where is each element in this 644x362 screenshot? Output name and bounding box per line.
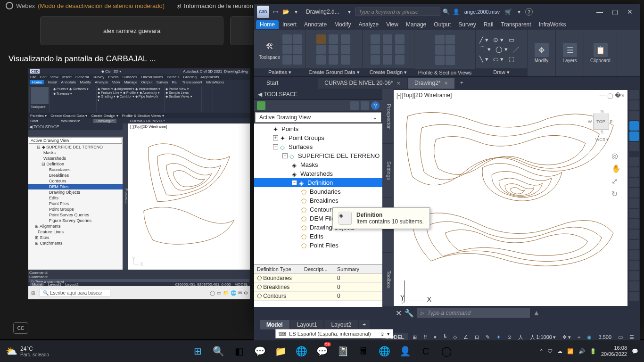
layers-button[interactable]: ☰Layers — [558, 38, 582, 68]
mini-panel-title[interactable]: Create Design ▾ — [91, 114, 118, 118]
tab-survey[interactable]: Survey — [454, 20, 479, 29]
pan-icon[interactable]: ✋ — [611, 164, 621, 173]
tree-edits[interactable]: ⬠Edits — [254, 232, 382, 241]
status-icon[interactable]: ◇ — [451, 333, 459, 341]
windows-search-input[interactable]: 🔍 Escribe aquí para buscar — [40, 289, 110, 297]
notifications-icon[interactable]: 💬 — [632, 348, 638, 354]
tool-icon[interactable] — [629, 111, 639, 120]
tray-chevron-icon[interactable]: ^ — [540, 348, 543, 354]
cmd-close-icon[interactable]: ✕ — [396, 309, 402, 318]
design-icon[interactable] — [383, 34, 392, 44]
cart-icon[interactable]: 🛒 — [504, 8, 513, 16]
tool-icon[interactable] — [629, 230, 639, 239]
ground-icon[interactable] — [316, 45, 326, 54]
tool-icon[interactable] — [629, 90, 639, 99]
command-input[interactable]: ▷ Type a command — [417, 308, 530, 318]
tab-modify[interactable]: Modify — [330, 20, 355, 29]
design-icon[interactable] — [371, 45, 380, 54]
palette-icon[interactable] — [293, 45, 302, 54]
search-button[interactable]: 🔍 — [209, 342, 227, 360]
tree-point-files[interactable]: ⬠Point Files — [254, 241, 382, 250]
mini-tree-item[interactable]: Point Files — [28, 201, 123, 206]
mini-doc-tab[interactable]: evaluacion* — [61, 119, 80, 123]
mini-tree-item[interactable]: Boundaries — [28, 167, 123, 173]
mini-tab[interactable]: Modify — [80, 80, 91, 84]
tray-icon[interactable]: 🛡 — [547, 348, 553, 354]
tree-watersheds[interactable]: ◈Watersheds — [254, 169, 382, 178]
mini-tree-item[interactable]: Feature Lines — [28, 229, 123, 235]
mini-tab-home[interactable]: Home — [30, 80, 44, 84]
status-icon[interactable]: ∠ — [462, 333, 470, 341]
grid-header[interactable]: Descript... — [301, 265, 334, 273]
panel-create-design[interactable]: Create Design ▾ — [363, 68, 414, 76]
status-icon[interactable]: ✦ — [495, 333, 503, 341]
mini-tree-item[interactable]: Point Groups — [28, 206, 123, 212]
panel-draw[interactable]: Draw ▾ — [476, 68, 527, 76]
status-icon[interactable]: ✎ — [484, 333, 492, 341]
new-icon[interactable]: ▭ — [271, 8, 280, 16]
mini-tree-item[interactable]: Alignments — [40, 224, 61, 229]
mini-tab[interactable]: Annotate — [61, 80, 76, 84]
viewcube-e[interactable]: E — [610, 119, 613, 124]
start-tab[interactable]: Start — [257, 78, 288, 88]
tree-surfaces[interactable]: −◇Surfaces — [254, 142, 382, 151]
vp-minimize-icon[interactable]: ― — [599, 92, 605, 99]
cmd-config-icon[interactable]: 🔧 — [405, 309, 414, 318]
maximize-button[interactable]: ▢ — [608, 7, 622, 16]
side-tab-prospector[interactable]: Prospector — [382, 89, 393, 144]
mini-menu-item[interactable]: Alignments — [200, 75, 219, 79]
grid-row[interactable]: ⬠ Boundaries0 — [254, 274, 382, 283]
mini-tab[interactable]: Output — [141, 80, 153, 84]
design-icon[interactable] — [395, 55, 405, 65]
ground-icon[interactable] — [329, 34, 338, 44]
viewcube-wcs[interactable]: WCS ▾ — [588, 137, 616, 142]
civil3d-icon[interactable]: C — [417, 342, 435, 360]
mini-tree-item[interactable]: Figure Survey Queries — [28, 218, 123, 223]
calculator-icon[interactable]: 🖩 — [355, 342, 372, 360]
tool-icon[interactable] — [629, 198, 639, 208]
side-tab-settings[interactable]: Settings — [382, 144, 393, 198]
tb-mini-icon[interactable]: 🌐 — [231, 290, 236, 296]
panel-profile-section[interactable]: Profile & Section Views — [414, 69, 475, 76]
tool-icon[interactable] — [629, 100, 639, 110]
mini-side-tab[interactable]: Prospector — [125, 123, 128, 270]
tool-icon[interactable] — [629, 281, 639, 291]
ground-icon[interactable] — [316, 34, 326, 44]
mini-tab[interactable]: Manage — [124, 80, 138, 84]
tool-icon[interactable] — [629, 250, 639, 260]
qat-dropdown-icon[interactable]: ▾ — [292, 8, 300, 16]
status-menu-icon[interactable]: ☰ — [627, 333, 636, 341]
status-icon[interactable]: + — [576, 333, 582, 341]
close-tab-icon[interactable]: × — [397, 80, 401, 87]
zoom-extents-icon[interactable]: ⤢ — [611, 177, 621, 186]
mini-tab[interactable]: Transparent — [182, 80, 202, 84]
mini-menu-item[interactable]: File — [30, 75, 36, 79]
viewcube-top[interactable]: TOP — [593, 114, 609, 130]
title-dropdown-icon[interactable]: ▾ — [345, 8, 354, 16]
vp-close-icon[interactable]: �× — [615, 92, 625, 99]
tool-icon[interactable] — [629, 219, 639, 229]
help-icon[interactable]: ? — [525, 8, 533, 16]
mini-tree-item[interactable]: Catchments — [40, 241, 63, 246]
onedrive-icon[interactable]: ☁ — [557, 348, 562, 354]
mini-tab[interactable]: Rail — [172, 80, 178, 84]
side-tab-toolbox[interactable]: Toolbox — [382, 253, 393, 307]
tree-masks[interactable]: ◈Masks — [254, 160, 382, 169]
tool-icon[interactable] — [629, 142, 639, 151]
grid-header[interactable]: Definition Type — [254, 265, 301, 273]
mini-menu-item[interactable]: Grading — [183, 75, 196, 79]
participant-tile[interactable]: alex ramirez guevara — [40, 16, 223, 45]
toolspace-button[interactable]: 🛠 Toolspace — [258, 34, 281, 65]
palette-icon[interactable] — [282, 55, 292, 65]
clipboard-button[interactable]: 📋Clipboard — [589, 38, 612, 68]
wifi-icon[interactable]: 📶 — [567, 348, 574, 354]
tab-manage[interactable]: Manage — [402, 20, 430, 29]
grid-row[interactable]: ⬠ Contours0 — [254, 292, 382, 301]
cmd-history-icon[interactable]: ▲ — [533, 309, 540, 317]
ground-icon[interactable] — [329, 45, 338, 54]
line-tool-icon[interactable]: ╱ ▾ ⊙ ▾ ▭ — [479, 36, 514, 43]
minimize-button[interactable]: ― — [593, 7, 607, 16]
mini-menu-item[interactable]: Parcels — [167, 75, 180, 79]
tab-analyze[interactable]: Analyze — [355, 20, 382, 29]
mini-panel-title[interactable]: Profile & Section Views ▾ — [122, 114, 164, 118]
